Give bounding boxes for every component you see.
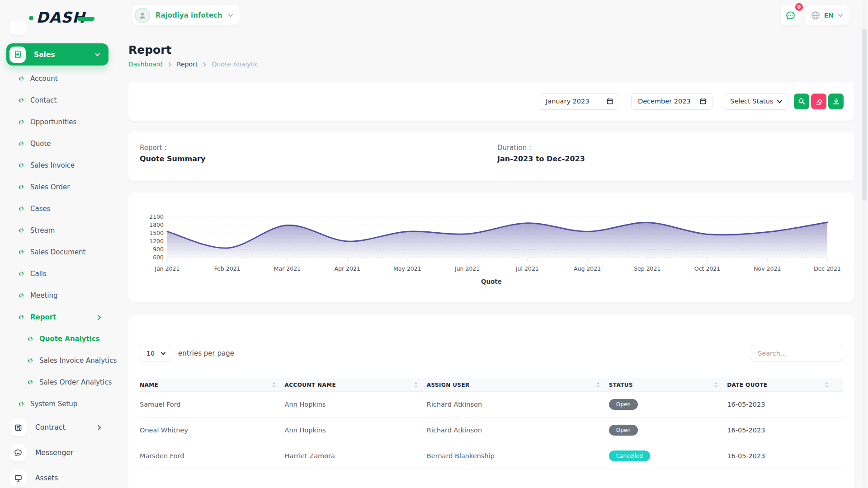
bullet-icon: [18, 75, 24, 81]
sort-icon[interactable]: [825, 382, 829, 388]
chevron-right-icon: [96, 425, 102, 431]
sidebar-subitem-sales-order-analytics[interactable]: Sales Order Analytics: [0, 371, 128, 393]
status-select-value: Select Status: [730, 98, 774, 105]
table-search-input[interactable]: [751, 345, 843, 361]
breadcrumb-dashboard[interactable]: Dashboard: [128, 61, 163, 68]
bullet-icon: [18, 119, 24, 125]
sidebar-subitem-label: Quote Analytics: [39, 334, 100, 344]
sidebar-item-sales-invoice[interactable]: Sales Invoice: [0, 155, 128, 176]
x-axis-tick: Feb 2021: [214, 265, 241, 272]
duration-label: Duration :: [497, 144, 585, 152]
sidebar-item-cases[interactable]: Cases: [0, 198, 128, 220]
notification-count-badge: 0: [794, 2, 804, 12]
table-header-row: NAMEACCOUNT NAMEASSIGN USERSTATUSDATE QU…: [140, 378, 843, 392]
sidebar-module-sales[interactable]: Sales: [6, 43, 108, 66]
chart-y-axis-labels: 6009001200150018002100: [137, 192, 164, 302]
status-badge: Open: [609, 399, 638, 410]
breadcrumb-report[interactable]: Report: [177, 61, 198, 68]
language-label: EN: [824, 12, 834, 19]
download-button[interactable]: [828, 94, 844, 109]
y-axis-tick: 2100: [149, 213, 164, 220]
sidebar: DASH Sales AccountContactOpportunitiesQu…: [0, 0, 128, 488]
chevron-down-icon: [777, 99, 783, 104]
sidebar-item-quote[interactable]: Quote: [0, 133, 128, 155]
status-select[interactable]: Select Status: [724, 93, 788, 110]
sidebar-item-account[interactable]: Account: [0, 68, 128, 89]
sidebar-item-label: Cases: [30, 205, 51, 213]
sidebar-item-contact[interactable]: Contact: [0, 89, 128, 111]
report-summary-card: Report : Quote Summary Duration : Jan-20…: [128, 131, 854, 181]
breadcrumb-current: Quote Analytic: [212, 61, 258, 68]
search-icon: [798, 98, 806, 105]
table-row: Marsden FordHarriet ZamoraBernard Blanke…: [140, 443, 843, 469]
table-controls: 10 entries per page: [140, 345, 843, 361]
sidebar-module-contract[interactable]: Contract: [0, 415, 128, 440]
cell-assign-user: Richard Atkinson: [427, 427, 609, 434]
end-month-input[interactable]: December 2023: [631, 93, 712, 110]
chart-legend-label[interactable]: Quote: [481, 278, 502, 285]
sidebar-item-sales-order[interactable]: Sales Order: [0, 176, 128, 198]
scrollbar-thumb[interactable]: [862, 29, 867, 201]
sidebar-module-label: Messenger: [35, 449, 73, 457]
calendar-icon: [699, 98, 707, 105]
status-badge: Cancelled: [609, 450, 650, 461]
breadcrumb: Dashboard Report Quote Analytic: [128, 61, 854, 68]
cell-account-name: Ann Hopkins: [285, 427, 427, 434]
column-header-status[interactable]: STATUS: [609, 382, 727, 388]
sidebar-item-meeting[interactable]: Meeting: [0, 285, 128, 306]
sidebar-item-opportunities[interactable]: Opportunities: [0, 111, 128, 133]
cell-date-quote: 16-05-2023: [727, 452, 837, 460]
sidebar-module-messenger[interactable]: Messenger: [0, 440, 128, 465]
column-header-label: STATUS: [609, 382, 633, 388]
sort-icon[interactable]: [414, 382, 418, 388]
apply-search-button[interactable]: [794, 94, 809, 109]
language-selector[interactable]: EN: [805, 5, 849, 25]
sidebar-module-assets[interactable]: Assets: [0, 465, 128, 488]
sidebar-item-report[interactable]: Report: [0, 306, 128, 328]
chat-bubble-icon: [785, 10, 796, 21]
bullet-icon: [18, 184, 24, 190]
sort-icon[interactable]: [714, 382, 718, 388]
sidebar-item-label: System Setup: [30, 400, 77, 408]
assets-icon-box: [9, 469, 27, 487]
entries-per-page-select[interactable]: 10: [140, 345, 171, 361]
sidebar-item-sales-document[interactable]: Sales Document: [0, 241, 128, 263]
sidebar-menu: AccountContactOpportunitiesQuoteSales In…: [0, 68, 128, 488]
x-axis-tick: May 2021: [393, 265, 421, 272]
logo-dash-icon: [77, 17, 94, 21]
contract-floppy-icon: [14, 423, 23, 432]
column-header-name[interactable]: NAME: [140, 382, 285, 388]
entries-per-page-value: 10: [146, 350, 155, 357]
download-icon: [832, 98, 840, 105]
app-logo[interactable]: DASH: [29, 8, 94, 26]
quote-area-chart[interactable]: [167, 214, 827, 263]
sidebar-item-label: Calls: [30, 270, 47, 278]
filter-buttons: [794, 94, 844, 109]
calendar-icon: [606, 98, 613, 105]
sidebar-item-system-setup[interactable]: System Setup: [0, 393, 128, 415]
column-header-account-name[interactable]: ACCOUNT NAME: [285, 382, 427, 388]
bullet-icon: [18, 249, 24, 255]
clear-filter-button[interactable]: [811, 94, 826, 109]
report-label: Report :: [140, 144, 205, 152]
column-header-date-quote[interactable]: DATE QUOTE: [727, 382, 837, 388]
sidebar-item-label: Stream: [30, 226, 55, 235]
page-scrollbar[interactable]: [862, 0, 867, 488]
sidebar-subitem-quote-analytics[interactable]: Quote Analytics: [0, 328, 128, 350]
sidebar-item-label: Contact: [30, 96, 57, 104]
notifications-button[interactable]: 0: [781, 5, 801, 25]
company-switcher[interactable]: Rajodiya infotech: [132, 5, 240, 25]
sort-icon[interactable]: [272, 382, 276, 388]
company-avatar: [135, 8, 150, 23]
start-month-input[interactable]: January 2023: [539, 93, 619, 110]
sidebar-item-calls[interactable]: Calls: [0, 263, 128, 285]
sidebar-subitem-sales-invoice-analytics[interactable]: Sales Invoice Analytics: [0, 350, 128, 371]
sidebar-item-stream[interactable]: Stream: [0, 220, 128, 241]
y-axis-tick: 1200: [149, 238, 164, 244]
sidebar-item-label: Sales Order: [30, 183, 70, 191]
sidebar-module-label: Contract: [35, 423, 66, 432]
sort-icon[interactable]: [596, 382, 600, 388]
cell-name: Marsden Ford: [140, 452, 285, 460]
column-header-assign-user[interactable]: ASSIGN USER: [427, 382, 609, 388]
cell-assign-user: Bernard Blankenship: [427, 452, 609, 460]
